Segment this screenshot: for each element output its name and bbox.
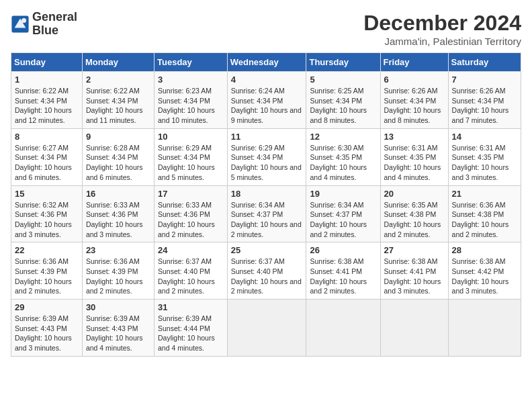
weekday-header-row: SundayMondayTuesdayWednesdayThursdayFrid… xyxy=(11,53,521,72)
day-number: 8 xyxy=(15,132,79,142)
calendar-cell: 19 Sunrise: 6:34 AM Sunset: 4:37 PM Dayl… xyxy=(306,185,380,242)
day-info: Sunrise: 6:31 AM Sunset: 4:35 PM Dayligh… xyxy=(452,143,517,183)
day-info: Sunrise: 6:26 AM Sunset: 4:34 PM Dayligh… xyxy=(452,86,517,126)
logo: General Blue xyxy=(11,11,77,38)
weekday-header: Monday xyxy=(82,53,154,72)
day-number: 7 xyxy=(452,75,517,85)
calendar-cell: 7 Sunrise: 6:26 AM Sunset: 4:34 PM Dayli… xyxy=(448,72,521,129)
weekday-header: Wednesday xyxy=(227,53,306,72)
day-number: 5 xyxy=(310,75,376,85)
calendar-cell: 3 Sunrise: 6:23 AM Sunset: 4:34 PM Dayli… xyxy=(154,72,228,129)
day-number: 17 xyxy=(158,189,224,199)
calendar-cell: 6 Sunrise: 6:26 AM Sunset: 4:34 PM Dayli… xyxy=(380,72,448,129)
day-number: 31 xyxy=(158,302,224,312)
weekday-header: Saturday xyxy=(448,53,521,72)
calendar-week-row: 1 Sunrise: 6:22 AM Sunset: 4:34 PM Dayli… xyxy=(11,72,521,129)
day-number: 15 xyxy=(15,189,79,199)
day-number: 18 xyxy=(231,189,303,199)
calendar-cell: 24 Sunrise: 6:37 AM Sunset: 4:40 PM Dayl… xyxy=(154,242,228,300)
day-info: Sunrise: 6:31 AM Sunset: 4:35 PM Dayligh… xyxy=(384,143,445,183)
day-number: 30 xyxy=(86,302,150,312)
day-info: Sunrise: 6:30 AM Sunset: 4:35 PM Dayligh… xyxy=(310,143,376,183)
page-title: December 2024 xyxy=(363,11,521,36)
day-info: Sunrise: 6:39 AM Sunset: 4:43 PM Dayligh… xyxy=(15,314,79,353)
day-info: Sunrise: 6:37 AM Sunset: 4:40 PM Dayligh… xyxy=(231,257,303,296)
day-info: Sunrise: 6:36 AM Sunset: 4:39 PM Dayligh… xyxy=(15,257,79,296)
day-number: 25 xyxy=(231,245,303,255)
weekday-header: Thursday xyxy=(306,53,380,72)
day-number: 26 xyxy=(310,245,376,255)
day-info: Sunrise: 6:34 AM Sunset: 4:37 PM Dayligh… xyxy=(310,200,376,240)
day-number: 23 xyxy=(86,245,150,255)
calendar-cell: 2 Sunrise: 6:22 AM Sunset: 4:34 PM Dayli… xyxy=(82,72,154,129)
day-info: Sunrise: 6:33 AM Sunset: 4:36 PM Dayligh… xyxy=(86,200,150,240)
calendar-cell: 8 Sunrise: 6:27 AM Sunset: 4:34 PM Dayli… xyxy=(11,128,83,185)
weekday-header: Sunday xyxy=(11,53,83,72)
calendar-cell: 27 Sunrise: 6:38 AM Sunset: 4:41 PM Dayl… xyxy=(380,242,448,300)
calendar-cell: 31 Sunrise: 6:39 AM Sunset: 4:44 PM Dayl… xyxy=(154,300,228,357)
calendar-cell: 22 Sunrise: 6:36 AM Sunset: 4:39 PM Dayl… xyxy=(11,242,83,300)
day-info: Sunrise: 6:32 AM Sunset: 4:36 PM Dayligh… xyxy=(15,200,79,240)
calendar-cell xyxy=(306,300,380,357)
day-info: Sunrise: 6:34 AM Sunset: 4:37 PM Dayligh… xyxy=(231,200,303,240)
weekday-header: Friday xyxy=(380,53,448,72)
calendar-week-row: 29 Sunrise: 6:39 AM Sunset: 4:43 PM Dayl… xyxy=(11,300,521,357)
day-info: Sunrise: 6:33 AM Sunset: 4:36 PM Dayligh… xyxy=(158,200,224,240)
day-info: Sunrise: 6:28 AM Sunset: 4:34 PM Dayligh… xyxy=(86,143,150,183)
calendar-cell: 20 Sunrise: 6:35 AM Sunset: 4:38 PM Dayl… xyxy=(380,185,448,242)
calendar-cell xyxy=(227,300,306,357)
day-info: Sunrise: 6:29 AM Sunset: 4:34 PM Dayligh… xyxy=(231,143,303,183)
day-info: Sunrise: 6:39 AM Sunset: 4:43 PM Dayligh… xyxy=(86,314,150,353)
day-number: 2 xyxy=(86,75,150,85)
calendar-cell: 17 Sunrise: 6:33 AM Sunset: 4:36 PM Dayl… xyxy=(154,185,228,242)
day-number: 11 xyxy=(231,132,303,142)
calendar-cell: 9 Sunrise: 6:28 AM Sunset: 4:34 PM Dayli… xyxy=(82,128,154,185)
logo-text: General Blue xyxy=(32,11,77,38)
calendar-cell: 11 Sunrise: 6:29 AM Sunset: 4:34 PM Dayl… xyxy=(227,128,306,185)
day-number: 20 xyxy=(384,189,445,199)
calendar-cell: 23 Sunrise: 6:36 AM Sunset: 4:39 PM Dayl… xyxy=(82,242,154,300)
day-number: 3 xyxy=(158,75,224,85)
day-number: 27 xyxy=(384,245,445,255)
calendar-cell: 13 Sunrise: 6:31 AM Sunset: 4:35 PM Dayl… xyxy=(380,128,448,185)
title-area: December 2024 Jamma'in, Palestinian Terr… xyxy=(363,11,521,47)
day-info: Sunrise: 6:38 AM Sunset: 4:41 PM Dayligh… xyxy=(310,257,376,296)
day-info: Sunrise: 6:22 AM Sunset: 4:34 PM Dayligh… xyxy=(15,86,79,126)
calendar-cell: 25 Sunrise: 6:37 AM Sunset: 4:40 PM Dayl… xyxy=(227,242,306,300)
day-info: Sunrise: 6:36 AM Sunset: 4:38 PM Dayligh… xyxy=(452,200,517,240)
day-number: 4 xyxy=(231,75,303,85)
calendar-cell: 12 Sunrise: 6:30 AM Sunset: 4:35 PM Dayl… xyxy=(306,128,380,185)
calendar-week-row: 8 Sunrise: 6:27 AM Sunset: 4:34 PM Dayli… xyxy=(11,128,521,185)
calendar-cell: 10 Sunrise: 6:29 AM Sunset: 4:34 PM Dayl… xyxy=(154,128,228,185)
day-info: Sunrise: 6:39 AM Sunset: 4:44 PM Dayligh… xyxy=(158,314,224,353)
page-subtitle: Jamma'in, Palestinian Territory xyxy=(363,36,521,47)
logo-icon xyxy=(11,15,30,34)
calendar-week-row: 15 Sunrise: 6:32 AM Sunset: 4:36 PM Dayl… xyxy=(11,185,521,242)
day-info: Sunrise: 6:23 AM Sunset: 4:34 PM Dayligh… xyxy=(158,86,224,126)
day-number: 22 xyxy=(15,245,79,255)
weekday-header: Tuesday xyxy=(154,53,228,72)
day-number: 28 xyxy=(452,245,517,255)
calendar-cell: 18 Sunrise: 6:34 AM Sunset: 4:37 PM Dayl… xyxy=(227,185,306,242)
day-info: Sunrise: 6:38 AM Sunset: 4:41 PM Dayligh… xyxy=(384,257,445,296)
calendar-cell xyxy=(380,300,448,357)
calendar-cell: 21 Sunrise: 6:36 AM Sunset: 4:38 PM Dayl… xyxy=(448,185,521,242)
day-info: Sunrise: 6:22 AM Sunset: 4:34 PM Dayligh… xyxy=(86,86,150,126)
calendar-cell: 1 Sunrise: 6:22 AM Sunset: 4:34 PM Dayli… xyxy=(11,72,83,129)
day-info: Sunrise: 6:25 AM Sunset: 4:34 PM Dayligh… xyxy=(310,86,376,126)
calendar-cell: 14 Sunrise: 6:31 AM Sunset: 4:35 PM Dayl… xyxy=(448,128,521,185)
day-number: 6 xyxy=(384,75,445,85)
calendar-cell: 28 Sunrise: 6:38 AM Sunset: 4:42 PM Dayl… xyxy=(448,242,521,300)
calendar-cell: 16 Sunrise: 6:33 AM Sunset: 4:36 PM Dayl… xyxy=(82,185,154,242)
day-number: 10 xyxy=(158,132,224,142)
calendar-cell: 4 Sunrise: 6:24 AM Sunset: 4:34 PM Dayli… xyxy=(227,72,306,129)
day-info: Sunrise: 6:37 AM Sunset: 4:40 PM Dayligh… xyxy=(158,257,224,296)
day-number: 29 xyxy=(15,302,79,312)
day-number: 9 xyxy=(86,132,150,142)
calendar-cell: 26 Sunrise: 6:38 AM Sunset: 4:41 PM Dayl… xyxy=(306,242,380,300)
day-info: Sunrise: 6:36 AM Sunset: 4:39 PM Dayligh… xyxy=(86,257,150,296)
calendar-week-row: 22 Sunrise: 6:36 AM Sunset: 4:39 PM Dayl… xyxy=(11,242,521,300)
calendar-cell: 5 Sunrise: 6:25 AM Sunset: 4:34 PM Dayli… xyxy=(306,72,380,129)
day-number: 24 xyxy=(158,245,224,255)
svg-point-2 xyxy=(21,18,26,23)
